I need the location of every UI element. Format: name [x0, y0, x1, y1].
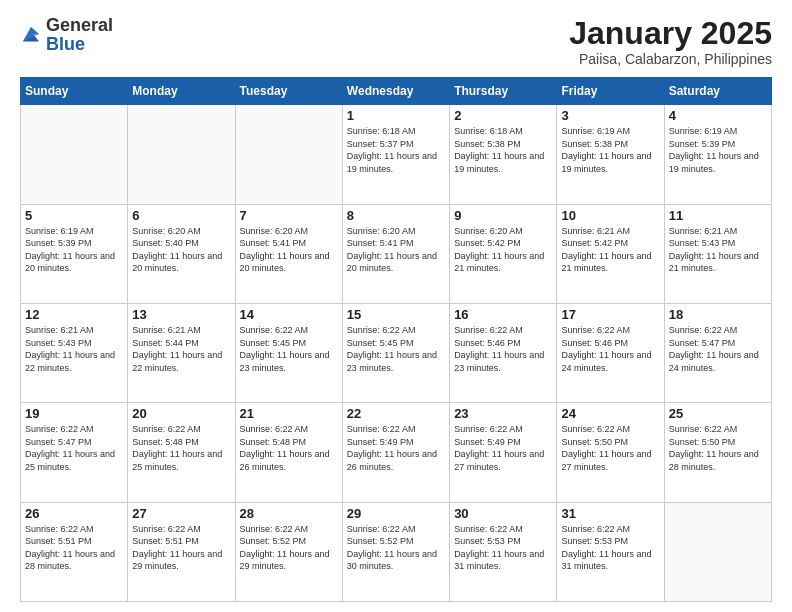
- day-info: Sunrise: 6:22 AM Sunset: 5:45 PM Dayligh…: [347, 324, 445, 374]
- table-cell: 30Sunrise: 6:22 AM Sunset: 5:53 PM Dayli…: [450, 502, 557, 601]
- table-cell: 2Sunrise: 6:18 AM Sunset: 5:38 PM Daylig…: [450, 105, 557, 204]
- calendar-table: Sunday Monday Tuesday Wednesday Thursday…: [20, 77, 772, 602]
- table-cell: 19Sunrise: 6:22 AM Sunset: 5:47 PM Dayli…: [21, 403, 128, 502]
- table-cell: 24Sunrise: 6:22 AM Sunset: 5:50 PM Dayli…: [557, 403, 664, 502]
- day-info: Sunrise: 6:20 AM Sunset: 5:42 PM Dayligh…: [454, 225, 552, 275]
- day-number: 4: [669, 108, 767, 123]
- table-cell: 26Sunrise: 6:22 AM Sunset: 5:51 PM Dayli…: [21, 502, 128, 601]
- table-row: 19Sunrise: 6:22 AM Sunset: 5:47 PM Dayli…: [21, 403, 772, 502]
- table-cell: 31Sunrise: 6:22 AM Sunset: 5:53 PM Dayli…: [557, 502, 664, 601]
- day-info: Sunrise: 6:22 AM Sunset: 5:46 PM Dayligh…: [561, 324, 659, 374]
- calendar-subtitle: Paiisa, Calabarzon, Philippines: [569, 51, 772, 67]
- table-cell: 27Sunrise: 6:22 AM Sunset: 5:51 PM Dayli…: [128, 502, 235, 601]
- day-number: 16: [454, 307, 552, 322]
- table-cell: 3Sunrise: 6:19 AM Sunset: 5:38 PM Daylig…: [557, 105, 664, 204]
- day-info: Sunrise: 6:20 AM Sunset: 5:41 PM Dayligh…: [240, 225, 338, 275]
- col-saturday: Saturday: [664, 78, 771, 105]
- table-cell: 21Sunrise: 6:22 AM Sunset: 5:48 PM Dayli…: [235, 403, 342, 502]
- calendar-header-row: Sunday Monday Tuesday Wednesday Thursday…: [21, 78, 772, 105]
- day-info: Sunrise: 6:18 AM Sunset: 5:37 PM Dayligh…: [347, 125, 445, 175]
- col-wednesday: Wednesday: [342, 78, 449, 105]
- table-cell: [128, 105, 235, 204]
- table-cell: [235, 105, 342, 204]
- day-info: Sunrise: 6:22 AM Sunset: 5:48 PM Dayligh…: [240, 423, 338, 473]
- logo-blue: Blue: [46, 34, 85, 54]
- day-number: 20: [132, 406, 230, 421]
- header: General Blue January 2025 Paiisa, Calaba…: [20, 16, 772, 67]
- day-number: 12: [25, 307, 123, 322]
- col-sunday: Sunday: [21, 78, 128, 105]
- day-info: Sunrise: 6:21 AM Sunset: 5:42 PM Dayligh…: [561, 225, 659, 275]
- day-info: Sunrise: 6:22 AM Sunset: 5:46 PM Dayligh…: [454, 324, 552, 374]
- day-info: Sunrise: 6:22 AM Sunset: 5:53 PM Dayligh…: [454, 523, 552, 573]
- day-info: Sunrise: 6:22 AM Sunset: 5:50 PM Dayligh…: [561, 423, 659, 473]
- day-number: 22: [347, 406, 445, 421]
- day-info: Sunrise: 6:21 AM Sunset: 5:43 PM Dayligh…: [25, 324, 123, 374]
- table-cell: 25Sunrise: 6:22 AM Sunset: 5:50 PM Dayli…: [664, 403, 771, 502]
- day-info: Sunrise: 6:21 AM Sunset: 5:43 PM Dayligh…: [669, 225, 767, 275]
- table-cell: 7Sunrise: 6:20 AM Sunset: 5:41 PM Daylig…: [235, 204, 342, 303]
- title-section: January 2025 Paiisa, Calabarzon, Philipp…: [569, 16, 772, 67]
- logo: General Blue: [20, 16, 113, 54]
- day-number: 21: [240, 406, 338, 421]
- col-thursday: Thursday: [450, 78, 557, 105]
- table-cell: 4Sunrise: 6:19 AM Sunset: 5:39 PM Daylig…: [664, 105, 771, 204]
- day-number: 6: [132, 208, 230, 223]
- day-number: 30: [454, 506, 552, 521]
- table-cell: 20Sunrise: 6:22 AM Sunset: 5:48 PM Dayli…: [128, 403, 235, 502]
- day-info: Sunrise: 6:22 AM Sunset: 5:49 PM Dayligh…: [347, 423, 445, 473]
- day-number: 28: [240, 506, 338, 521]
- calendar-title: January 2025: [569, 16, 772, 51]
- table-row: 1Sunrise: 6:18 AM Sunset: 5:37 PM Daylig…: [21, 105, 772, 204]
- day-info: Sunrise: 6:22 AM Sunset: 5:45 PM Dayligh…: [240, 324, 338, 374]
- table-cell: 8Sunrise: 6:20 AM Sunset: 5:41 PM Daylig…: [342, 204, 449, 303]
- table-row: 12Sunrise: 6:21 AM Sunset: 5:43 PM Dayli…: [21, 303, 772, 402]
- col-friday: Friday: [557, 78, 664, 105]
- day-number: 31: [561, 506, 659, 521]
- table-row: 5Sunrise: 6:19 AM Sunset: 5:39 PM Daylig…: [21, 204, 772, 303]
- day-number: 29: [347, 506, 445, 521]
- table-cell: 6Sunrise: 6:20 AM Sunset: 5:40 PM Daylig…: [128, 204, 235, 303]
- day-info: Sunrise: 6:22 AM Sunset: 5:51 PM Dayligh…: [132, 523, 230, 573]
- day-number: 11: [669, 208, 767, 223]
- table-cell: 13Sunrise: 6:21 AM Sunset: 5:44 PM Dayli…: [128, 303, 235, 402]
- logo-icon: [20, 24, 42, 46]
- table-cell: 17Sunrise: 6:22 AM Sunset: 5:46 PM Dayli…: [557, 303, 664, 402]
- day-number: 9: [454, 208, 552, 223]
- day-number: 27: [132, 506, 230, 521]
- day-info: Sunrise: 6:20 AM Sunset: 5:40 PM Dayligh…: [132, 225, 230, 275]
- day-info: Sunrise: 6:22 AM Sunset: 5:47 PM Dayligh…: [669, 324, 767, 374]
- day-info: Sunrise: 6:22 AM Sunset: 5:48 PM Dayligh…: [132, 423, 230, 473]
- table-cell: 15Sunrise: 6:22 AM Sunset: 5:45 PM Dayli…: [342, 303, 449, 402]
- day-info: Sunrise: 6:22 AM Sunset: 5:49 PM Dayligh…: [454, 423, 552, 473]
- day-number: 23: [454, 406, 552, 421]
- table-cell: 9Sunrise: 6:20 AM Sunset: 5:42 PM Daylig…: [450, 204, 557, 303]
- page: General Blue January 2025 Paiisa, Calaba…: [0, 0, 792, 612]
- day-info: Sunrise: 6:22 AM Sunset: 5:47 PM Dayligh…: [25, 423, 123, 473]
- table-cell: 14Sunrise: 6:22 AM Sunset: 5:45 PM Dayli…: [235, 303, 342, 402]
- day-number: 14: [240, 307, 338, 322]
- table-row: 26Sunrise: 6:22 AM Sunset: 5:51 PM Dayli…: [21, 502, 772, 601]
- col-monday: Monday: [128, 78, 235, 105]
- day-number: 13: [132, 307, 230, 322]
- day-number: 17: [561, 307, 659, 322]
- day-number: 7: [240, 208, 338, 223]
- table-cell: 29Sunrise: 6:22 AM Sunset: 5:52 PM Dayli…: [342, 502, 449, 601]
- day-number: 26: [25, 506, 123, 521]
- day-info: Sunrise: 6:22 AM Sunset: 5:52 PM Dayligh…: [240, 523, 338, 573]
- day-info: Sunrise: 6:20 AM Sunset: 5:41 PM Dayligh…: [347, 225, 445, 275]
- day-number: 10: [561, 208, 659, 223]
- day-number: 2: [454, 108, 552, 123]
- day-number: 5: [25, 208, 123, 223]
- table-cell: 16Sunrise: 6:22 AM Sunset: 5:46 PM Dayli…: [450, 303, 557, 402]
- table-cell: 23Sunrise: 6:22 AM Sunset: 5:49 PM Dayli…: [450, 403, 557, 502]
- table-cell: 10Sunrise: 6:21 AM Sunset: 5:42 PM Dayli…: [557, 204, 664, 303]
- day-number: 25: [669, 406, 767, 421]
- col-tuesday: Tuesday: [235, 78, 342, 105]
- day-info: Sunrise: 6:22 AM Sunset: 5:53 PM Dayligh…: [561, 523, 659, 573]
- day-number: 19: [25, 406, 123, 421]
- day-info: Sunrise: 6:18 AM Sunset: 5:38 PM Dayligh…: [454, 125, 552, 175]
- table-cell: 11Sunrise: 6:21 AM Sunset: 5:43 PM Dayli…: [664, 204, 771, 303]
- table-cell: [664, 502, 771, 601]
- table-cell: [21, 105, 128, 204]
